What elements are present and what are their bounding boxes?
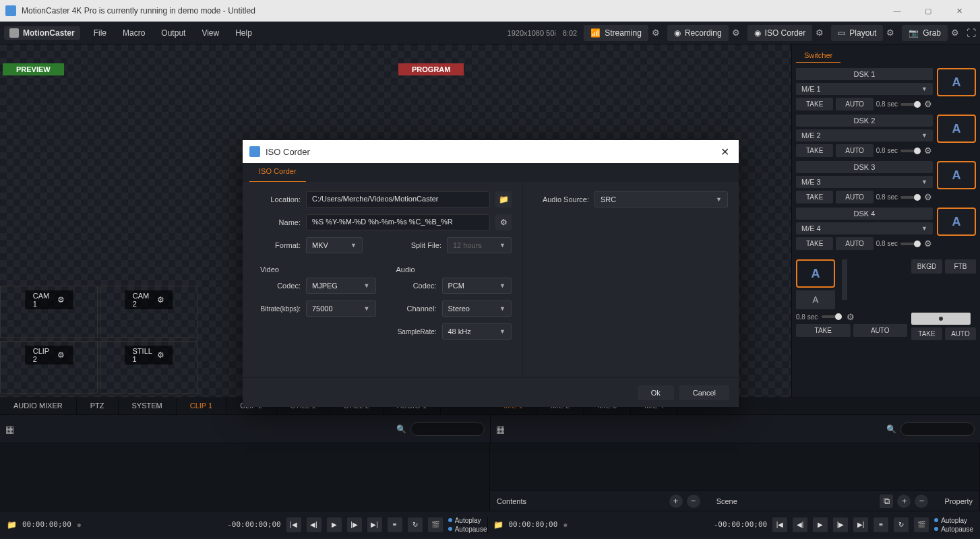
- playout-button[interactable]: ▭Playout: [831, 25, 883, 41]
- dsk1-me-select[interactable]: M/E 1▼: [796, 83, 933, 95]
- source-still1[interactable]: STILL 1⚙: [100, 341, 197, 393]
- expand-icon[interactable]: ⛶: [967, 28, 976, 38]
- dsk4-auto-button[interactable]: AUTO: [836, 237, 873, 250]
- step-fwd-button[interactable]: |▶: [833, 517, 848, 532]
- folder-icon[interactable]: 📁: [493, 520, 503, 530]
- ftb-button[interactable]: FTB: [945, 259, 976, 274]
- autopause-toggle[interactable]: Autopause: [448, 526, 487, 533]
- name-settings-button[interactable]: ⚙: [495, 214, 512, 230]
- skip-end-button[interactable]: ▶|: [367, 517, 382, 532]
- search-input-right[interactable]: [900, 422, 975, 436]
- search-icon[interactable]: 🔍: [396, 424, 406, 434]
- dsk2-me-select[interactable]: M/E 2▼: [796, 129, 933, 141]
- clapper-icon[interactable]: 🎬: [428, 517, 443, 532]
- dsk3-slider[interactable]: [900, 196, 921, 199]
- search-icon[interactable]: 🔍: [886, 424, 896, 434]
- search-input-left[interactable]: [410, 422, 485, 436]
- grid-view-icon[interactable]: ▦: [496, 424, 505, 435]
- tab-clip-1[interactable]: CLIP 1: [177, 398, 226, 414]
- close-window-button[interactable]: ✕: [944, 0, 975, 22]
- menu-view[interactable]: View: [195, 26, 226, 40]
- grab-button[interactable]: 📷Grab: [902, 25, 948, 41]
- list-icon[interactable]: ≡: [388, 517, 402, 532]
- dsk1-take-button[interactable]: TAKE: [796, 98, 833, 110]
- bkgd-auto-button[interactable]: AUTO: [853, 324, 908, 337]
- bkgd-slider[interactable]: [822, 315, 842, 318]
- play-button[interactable]: ▶: [327, 517, 342, 532]
- dsk3-take-button[interactable]: TAKE: [796, 191, 833, 203]
- dsk4-take-button[interactable]: TAKE: [796, 237, 833, 250]
- cancel-button[interactable]: Cancel: [679, 385, 729, 400]
- maximize-button[interactable]: ▢: [913, 0, 944, 22]
- menu-help[interactable]: Help: [228, 26, 259, 40]
- tab-system[interactable]: SYSTEM: [119, 398, 177, 414]
- loop-icon[interactable]: ↻: [408, 517, 423, 532]
- skip-end-button[interactable]: ▶|: [853, 517, 868, 532]
- list-icon[interactable]: ≡: [874, 517, 888, 532]
- location-input[interactable]: C:/Users/Merche/Videos/MotionCaster: [306, 191, 490, 208]
- gear-icon[interactable]: ⚙: [57, 295, 65, 305]
- gear-icon[interactable]: ⚙: [923, 193, 933, 202]
- step-fwd-button[interactable]: |▶: [347, 517, 362, 532]
- step-back-button[interactable]: ◀|: [307, 517, 321, 532]
- add-content-button[interactable]: +: [669, 495, 683, 508]
- add-scene-button[interactable]: +: [897, 495, 911, 508]
- folder-icon[interactable]: 📁: [7, 520, 17, 530]
- ok-button[interactable]: Ok: [638, 385, 674, 400]
- dsk2-a-box[interactable]: A: [937, 115, 976, 143]
- browse-folder-button[interactable]: 📁: [495, 191, 512, 208]
- source-cam2[interactable]: CAM 2⚙: [100, 286, 197, 338]
- dialog-close-button[interactable]: ✕: [718, 143, 732, 161]
- loop-icon[interactable]: ↻: [894, 517, 909, 532]
- dsk4-a-box[interactable]: A: [937, 208, 976, 236]
- ftb-auto-button[interactable]: AUTO: [945, 327, 976, 340]
- bitrate-select[interactable]: 75000▼: [306, 300, 376, 317]
- dsk1-a-box[interactable]: A: [937, 68, 976, 96]
- dsk2-slider[interactable]: [900, 150, 921, 152]
- bkgd-a-box[interactable]: A: [796, 259, 835, 288]
- gear-icon[interactable]: ⚙: [157, 350, 164, 360]
- grid-view-icon[interactable]: ▦: [5, 424, 14, 435]
- split-select[interactable]: 12 hours▼: [447, 237, 512, 253]
- menu-file[interactable]: File: [87, 26, 113, 40]
- menu-macro[interactable]: Macro: [116, 26, 152, 40]
- minimize-button[interactable]: —: [882, 0, 913, 22]
- streaming-settings-icon[interactable]: ⚙: [651, 28, 661, 38]
- tab-audio-mixer[interactable]: AUDIO MIXER: [0, 398, 77, 414]
- dsk4-me-select[interactable]: M/E 4▼: [796, 222, 933, 234]
- playout-settings-icon[interactable]: ⚙: [886, 28, 895, 38]
- audio-codec-select[interactable]: PCM▼: [442, 278, 512, 294]
- samplerate-select[interactable]: 48 kHz▼: [442, 323, 512, 340]
- step-back-button[interactable]: ◀|: [793, 517, 807, 532]
- iso-corder-tab[interactable]: ISO Corder: [249, 163, 306, 182]
- iso-settings-icon[interactable]: ⚙: [815, 28, 824, 38]
- bkgd-a2-box[interactable]: A: [796, 290, 835, 309]
- gear-icon[interactable]: ⚙: [923, 239, 933, 249]
- play-button[interactable]: ▶: [813, 517, 828, 532]
- gear-icon[interactable]: ⚙: [57, 350, 65, 360]
- remove-scene-button[interactable]: −: [915, 495, 928, 508]
- menu-output[interactable]: Output: [154, 26, 192, 40]
- ftb-take-button[interactable]: TAKE: [911, 327, 942, 340]
- remove-content-button[interactable]: −: [687, 495, 700, 508]
- recording-button[interactable]: ◉Recording: [667, 25, 729, 41]
- video-codec-select[interactable]: MJPEG▼: [306, 278, 376, 294]
- dsk4-slider[interactable]: [900, 243, 921, 245]
- tab-ptz[interactable]: PTZ: [77, 398, 119, 414]
- dsk2-take-button[interactable]: TAKE: [796, 144, 833, 157]
- grab-settings-icon[interactable]: ⚙: [950, 28, 960, 38]
- autopause-toggle[interactable]: Autopause: [934, 526, 973, 533]
- skip-start-button[interactable]: |◀: [772, 517, 787, 532]
- autoplay-toggle[interactable]: Autoplay: [934, 517, 973, 524]
- dsk3-auto-button[interactable]: AUTO: [836, 191, 873, 203]
- name-input[interactable]: %S %Y-%M-%D %h-%m-%s %C_%B_%R: [306, 214, 490, 230]
- bkgd-take-button[interactable]: TAKE: [796, 324, 851, 337]
- dsk2-auto-button[interactable]: AUTO: [836, 144, 873, 157]
- audio-source-select[interactable]: SRC▼: [594, 191, 728, 208]
- autoplay-toggle[interactable]: Autoplay: [448, 517, 487, 524]
- t-bar[interactable]: [842, 259, 847, 300]
- clapper-icon[interactable]: 🎬: [914, 517, 929, 532]
- bkgd-button[interactable]: BKGD: [911, 259, 942, 274]
- source-cam1[interactable]: CAM 1⚙: [0, 286, 98, 338]
- switcher-tab[interactable]: Switcher: [796, 49, 840, 63]
